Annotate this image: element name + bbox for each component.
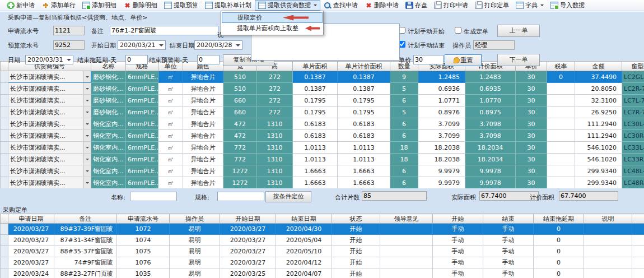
column-header[interactable]: 开始日期	[220, 214, 276, 224]
end-delay-field[interactable]	[125, 55, 148, 64]
request-serial-field[interactable]	[53, 26, 85, 35]
previous-order-button[interactable]: 上一单	[497, 25, 540, 37]
column-header[interactable]: 单片面积	[293, 62, 338, 71]
chevron-down-icon[interactable]	[540, 4, 544, 8]
row-selector[interactable]	[1, 268, 8, 278]
column-header[interactable]: 状态	[332, 214, 380, 224]
supplier-combo[interactable]: 长沙市潇湘玻璃实...	[8, 165, 91, 177]
table-row[interactable]: 长沙市潇湘玻璃实...磨砂钢化...6mmPLE...㎡异地合片5102720.…	[1, 71, 644, 83]
row-selector[interactable]	[1, 257, 8, 268]
remark-field[interactable]	[110, 26, 218, 35]
chevron-down-icon[interactable]	[83, 71, 91, 82]
next-order-button[interactable]: 下一单	[497, 54, 540, 66]
supplier-combo[interactable]: 长沙市潇湘玻璃实...	[8, 83, 91, 95]
column-header[interactable]: 开始	[433, 214, 483, 224]
chevron-down-icon[interactable]	[83, 142, 91, 153]
table-row[interactable]: 长沙市潇湘玻璃实...钢化室内...6mmPLE...㎡异地合片12721310…	[1, 177, 644, 189]
row-selector[interactable]	[1, 95, 8, 106]
table-row[interactable]: 长沙市潇湘玻璃实...钢化室内...6mmPLE...㎡异地合片12721310…	[1, 165, 644, 177]
column-header[interactable]: 领导意见	[380, 214, 433, 224]
column-header[interactable]: 打印标志	[632, 214, 644, 224]
end-date-select[interactable]: 2020/03/28	[194, 40, 242, 50]
table-row[interactable]: 长沙市潇湘玻璃实...钢化室内...6mmPLE...㎡异地合片47213100…	[1, 130, 644, 142]
table-row[interactable]: 长沙市潇湘玻璃实...钢化室内...6mmPLE...㎡异地合片47213100…	[1, 118, 644, 130]
add-row-button[interactable]: 添加单行	[38, 0, 79, 11]
dictionary-button[interactable]: 字典	[512, 0, 547, 11]
chevron-down-icon[interactable]	[83, 118, 91, 129]
table-row[interactable]: 长沙市潇湘玻璃实...磨砂钢化...6mmPLE...㎡异地合片6602720.…	[1, 106, 644, 118]
table-row[interactable]: 2020/03/2787#31-34F窗固玻1074易明2020/03/2720…	[1, 235, 644, 246]
column-header[interactable]: 单片计价面积	[338, 62, 390, 71]
column-header[interactable]: 结束拖延期	[534, 214, 584, 224]
row-selector[interactable]	[1, 83, 8, 95]
filter-name-input[interactable]	[130, 192, 177, 201]
supplier-combo[interactable]: 长沙市潇湘玻璃实...	[8, 130, 91, 142]
row-selector[interactable]	[1, 71, 8, 83]
date-select[interactable]: 2020/03/31	[25, 55, 73, 64]
chevron-down-icon[interactable]	[83, 154, 91, 165]
print-order-button[interactable]: 打印定单	[472, 0, 512, 11]
chevron-down-icon[interactable]	[65, 55, 73, 64]
menu-item[interactable]: 提取定价	[222, 12, 323, 23]
supplier-combo[interactable]: 长沙市潇湘玻璃实...	[8, 154, 91, 165]
row-selector[interactable]	[1, 118, 8, 130]
new-request-button[interactable]: 新申请	[3, 0, 38, 11]
locate-by-condition-button[interactable]: 按条件定位	[265, 191, 311, 202]
table-row[interactable]: 2020/03/2774#9F窗固玻1076易明2020/03/272020/0…	[1, 257, 644, 268]
delete-request-button[interactable]: 删除申请	[361, 0, 402, 11]
filter-spec-input[interactable]	[217, 192, 264, 201]
row-selector[interactable]	[1, 246, 8, 257]
print-request-button[interactable]: 打印申请	[431, 0, 472, 11]
budget-serial-field[interactable]	[53, 40, 85, 50]
table-row[interactable]: 2020/03/2788#35-37F窗固玻1075易明2020/03/2720…	[1, 246, 644, 257]
table-row[interactable]: 长沙市潇湘玻璃实...钢化室内...6mmPLE...㎡异地合片77213101…	[1, 142, 644, 154]
add-detail-button[interactable]: 添加明细	[79, 0, 120, 11]
table-row[interactable]: 长沙市潇湘玻璃实...钢化室内...6mmPLE...㎡异地合片77213101…	[1, 154, 644, 165]
start-date-select[interactable]: 2020/03/21	[118, 40, 166, 50]
search-request-button[interactable]: 查找申请	[320, 0, 361, 11]
operator-field[interactable]	[473, 40, 515, 50]
column-header[interactable]: 申请日期	[8, 214, 54, 224]
row-selector[interactable]	[1, 224, 8, 235]
column-header[interactable]: 操作员	[170, 214, 220, 224]
column-header[interactable]: 说明	[584, 214, 632, 224]
column-header[interactable]: 结束	[483, 214, 534, 224]
chevron-down-icon[interactable]	[83, 165, 91, 177]
chevron-down-icon[interactable]	[157, 41, 165, 49]
column-header[interactable]: 备注	[54, 214, 117, 224]
import-data-button[interactable]: 导入数据	[547, 0, 588, 11]
chevron-down-icon[interactable]	[83, 83, 91, 94]
row-selector[interactable]	[1, 142, 8, 154]
supplier-combo[interactable]: 长沙市潇湘玻璃实...	[8, 177, 91, 189]
supplier-combo[interactable]: 长沙市潇湘玻璃实...	[8, 106, 91, 118]
chevron-down-icon[interactable]	[83, 130, 91, 141]
menu-item[interactable]: 提取单片面积向上取整	[222, 23, 323, 34]
table-row[interactable]: 2020/03/2789#37-39F窗固玻1072易明2020/03/2720…	[1, 224, 644, 235]
supplier-combo[interactable]: 长沙市潇湘玻璃实...	[8, 118, 91, 130]
chevron-down-icon[interactable]	[83, 106, 91, 118]
row-selector[interactable]	[1, 106, 8, 118]
row-selector[interactable]	[1, 235, 8, 246]
column-header[interactable]: 申请流水号	[117, 214, 170, 224]
supplier-combo[interactable]: 长沙市潇湘玻璃实...	[8, 71, 91, 83]
reset-button[interactable]: 重置	[445, 54, 482, 66]
chevron-down-icon[interactable]	[234, 41, 242, 49]
table-row[interactable]: 长沙市潇湘玻璃实...磨砂钢化...6mmPLE...㎡异地合片5102720.…	[1, 83, 644, 95]
generate-order-checkbox[interactable]	[455, 27, 461, 34]
delete-detail-button[interactable]: 删除明细	[120, 0, 161, 11]
extract-supplier-data-button[interactable]: 提取供货商数据	[255, 0, 320, 11]
column-header[interactable]: 窗型代码	[622, 62, 644, 71]
supplier-combo[interactable]: 长沙市潇湘玻璃实...	[8, 142, 91, 154]
row-selector[interactable]	[1, 154, 8, 165]
column-header[interactable]: 税率	[547, 62, 575, 71]
table-row[interactable]: 2020/03/2488#23-27F门页玻1035易明2020/03/2520…	[1, 268, 644, 278]
extract-supplement-plan-button[interactable]: 提取补单计划	[202, 0, 255, 11]
table-row[interactable]: 长沙市潇湘玻璃实...磨砂钢化...6mmPLE...㎡异地合片6602720.…	[1, 95, 644, 106]
end-warning-field[interactable]	[197, 55, 220, 64]
column-header[interactable]: 结束日期	[276, 214, 332, 224]
chevron-down-icon[interactable]	[83, 177, 91, 188]
chevron-down-icon[interactable]	[83, 95, 91, 106]
row-selector[interactable]	[1, 177, 8, 189]
save-button[interactable]: 存盘	[402, 0, 431, 11]
unit-price-field[interactable]	[413, 55, 444, 64]
